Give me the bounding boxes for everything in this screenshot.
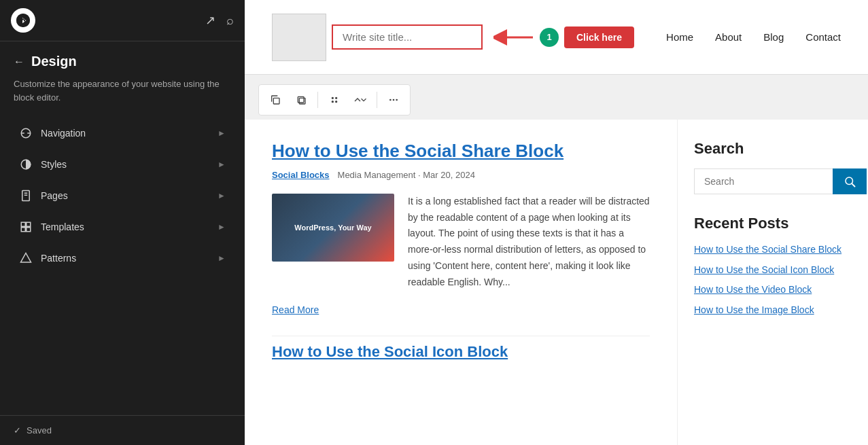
post-image-text: WordPress, Your Way <box>290 219 375 236</box>
header-icons: ↗ ⌕ <box>205 13 234 28</box>
arrow-annotation: 1 Click here <box>493 26 634 48</box>
site-logo-area: 1 Click here <box>272 14 634 61</box>
toolbar-area <box>245 75 868 120</box>
post-meta-info: Media Management · Mar 20, 2024 <box>338 170 475 180</box>
back-icon[interactable]: ← <box>14 56 24 68</box>
svg-line-25 <box>852 183 854 186</box>
styles-label: Styles <box>41 159 209 170</box>
svg-rect-14 <box>273 98 279 104</box>
block-copy-button[interactable] <box>263 88 288 112</box>
styles-icon <box>19 158 33 171</box>
sidebar: ↗ ⌕ ← Design Customize the appearance of… <box>0 0 245 445</box>
sidebar-header: ↗ ⌕ <box>0 0 245 41</box>
search-input[interactable] <box>694 168 833 194</box>
svg-rect-11 <box>27 228 31 232</box>
svg-rect-16 <box>299 98 305 104</box>
navigation-chevron: ► <box>218 128 226 138</box>
saved-label: Saved <box>27 425 52 435</box>
svg-rect-8 <box>21 222 25 226</box>
navigation-icon <box>19 126 33 140</box>
sidebar-footer: ✓ Saved <box>0 415 245 445</box>
navigation-label: Navigation <box>41 128 209 139</box>
recent-post-2[interactable]: How to Use the Social Icon Block <box>694 264 852 277</box>
sidebar-item-navigation[interactable]: Navigation ► <box>5 118 239 148</box>
main-content: 1 Click here Home About Blog Contact <box>245 0 868 445</box>
site-navigation: Home About Blog Contact <box>666 31 841 43</box>
patterns-chevron: ► <box>218 253 226 263</box>
patterns-label: Patterns <box>41 253 209 264</box>
sidebar-nav: Navigation ► Styles ► Pages ► <box>0 115 245 415</box>
pages-label: Pages <box>41 190 209 201</box>
sidebar-description: Customize the appearance of your website… <box>0 75 245 115</box>
saved-check-icon: ✓ <box>14 425 21 435</box>
sidebar-item-styles[interactable]: Styles ► <box>5 149 239 179</box>
main-column: How to Use the Social Share Block Social… <box>245 120 678 445</box>
svg-point-21 <box>389 99 392 101</box>
post-title-2[interactable]: How to Use the Social Icon Block <box>272 336 650 361</box>
search-icon[interactable]: ⌕ <box>226 14 234 28</box>
block-reorder-button[interactable] <box>348 88 372 112</box>
svg-point-18 <box>332 101 333 103</box>
recent-post-3[interactable]: How to Use the Video Block <box>694 283 852 297</box>
back-row: ← Design <box>0 41 245 75</box>
post-title[interactable]: How to Use the Social Share Block <box>272 140 650 163</box>
post-meta: Social Blocks Media Management · Mar 20,… <box>272 170 650 180</box>
block-toolbar <box>258 84 411 115</box>
post-content-row: WordPress, Your Way It is a long establi… <box>272 194 650 291</box>
recent-post-1[interactable]: How to Use the Social Share Block <box>694 243 852 257</box>
nav-link-contact[interactable]: Contact <box>805 31 841 43</box>
toolbar-divider-2 <box>377 92 377 108</box>
block-more-button[interactable] <box>381 88 406 112</box>
pages-icon <box>19 189 33 202</box>
read-more-link[interactable]: Read More <box>272 304 650 315</box>
templates-label: Templates <box>41 221 209 232</box>
search-widget-title: Search <box>694 140 852 158</box>
wp-logo[interactable] <box>11 8 35 33</box>
svg-point-23 <box>396 99 398 101</box>
svg-point-17 <box>332 97 333 99</box>
post-featured-image: WordPress, Your Way <box>272 194 394 262</box>
svg-point-20 <box>336 101 337 103</box>
step-badge: 1 <box>540 28 559 47</box>
templates-icon <box>19 220 33 234</box>
site-title-wrapper <box>332 24 483 50</box>
svg-point-19 <box>336 97 337 99</box>
patterns-icon <box>19 251 33 265</box>
styles-chevron: ► <box>218 160 226 169</box>
svg-rect-15 <box>298 96 304 103</box>
toolbar-divider-1 <box>317 92 318 108</box>
nav-link-about[interactable]: About <box>715 31 742 43</box>
nav-link-blog[interactable]: Blog <box>763 31 784 43</box>
search-row <box>694 168 852 194</box>
sidebar-item-pages[interactable]: Pages ► <box>5 181 239 211</box>
svg-rect-9 <box>27 222 31 226</box>
click-here-button[interactable]: Click here <box>564 26 634 48</box>
site-logo <box>272 14 326 61</box>
external-link-icon[interactable]: ↗ <box>205 13 215 28</box>
content-sidebar: Search Recent Posts How to Use the Socia… <box>678 120 868 445</box>
nav-link-home[interactable]: Home <box>666 31 693 43</box>
svg-marker-12 <box>21 253 31 263</box>
recent-post-4[interactable]: How to Use the Image Block <box>694 304 852 317</box>
templates-chevron: ► <box>218 222 226 232</box>
sidebar-item-patterns[interactable]: Patterns ► <box>5 243 239 273</box>
site-title-input[interactable] <box>332 24 483 50</box>
site-header: 1 Click here Home About Blog Contact <box>245 0 868 75</box>
block-duplicate-button[interactable] <box>289 88 313 112</box>
sidebar-item-templates[interactable]: Templates ► <box>5 212 239 242</box>
search-button[interactable] <box>833 168 867 194</box>
post-excerpt: It is a long established fact that a rea… <box>408 194 650 291</box>
page-body: How to Use the Social Share Block Social… <box>245 120 868 445</box>
block-move-button[interactable] <box>322 88 347 112</box>
svg-rect-10 <box>21 228 25 232</box>
svg-point-22 <box>393 99 395 101</box>
recent-posts-title: Recent Posts <box>694 215 852 232</box>
arrow-icon <box>493 29 534 46</box>
pages-chevron: ► <box>218 191 226 200</box>
sidebar-title: Design <box>31 54 77 69</box>
post-category[interactable]: Social Blocks <box>272 170 330 180</box>
